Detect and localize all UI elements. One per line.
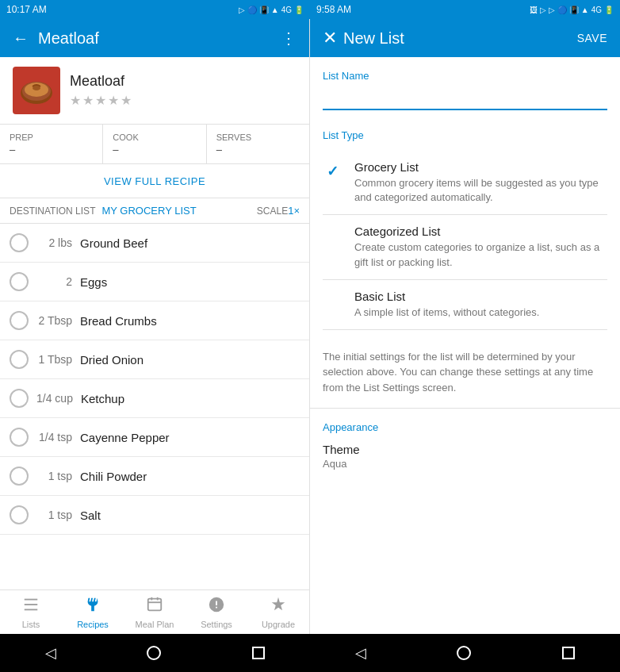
nav-icon-meal plan [146,596,163,618]
ingredient-checkbox-7[interactable] [10,505,29,524]
ingredient-checkbox-4[interactable] [10,389,29,408]
left-panel-title: Meatloaf [38,29,271,48]
nav-item-recipes[interactable]: Recipes [62,590,124,634]
ingredient-checkbox-0[interactable] [10,233,29,252]
signal-icon2: 4G [591,6,602,14]
list-item: 2 lbs Ground Beef [0,224,309,263]
nav-item-settings[interactable]: Settings [186,590,247,634]
categorized-list-desc: Create custom categories to organize a l… [354,240,607,269]
right-header: ✕ New List SAVE [310,19,620,57]
save-button[interactable]: SAVE [577,32,607,44]
status-bar-left: 10:17 AM ▷ 🔵 📳 ▲ 4G 🔋 [0,0,310,19]
android-nav-right: ◁ [310,634,620,672]
close-button[interactable]: ✕ [323,28,337,48]
list-item: 2 Eggs [0,263,309,301]
basic-list-desc: A simple list of items, without categori… [354,305,607,320]
ingredient-checkbox-1[interactable] [10,272,29,291]
dest-name[interactable]: MY GROCERY LIST [95,205,256,217]
recipe-info: Meatloaf ★ ★ ★ ★ ★ [0,57,309,125]
ingredient-checkbox-6[interactable] [10,467,29,486]
scale-value[interactable]: 1× [288,205,300,217]
send-icon: ▷ [239,6,245,14]
view-recipe-label: VIEW FULL RECIPE [104,175,205,187]
left-header: ← Meatloaf ⋮ [0,19,309,57]
nav-item-lists[interactable]: Lists [0,590,62,634]
dest-label: DESTINATION LIST [10,205,95,217]
battery-icon2: 🔋 [604,6,614,14]
ingredient-qty-0: 2 lbs [36,236,72,249]
list-name-input[interactable] [323,88,607,110]
ingredient-qty-3: 1 Tbsp [36,353,72,366]
status-bar-right: 9:58 AM 🖼 ▷ ▷ 🔵 📳 ▲ 4G 🔋 [310,0,620,19]
recipe-meta: PREP – COOK – SERVES – [0,125,309,164]
ingredients-list: 2 lbs Ground Beef 2 Eggs 2 Tbsp Bread Cr… [0,224,309,589]
nav-item-meal plan[interactable]: Meal Plan [124,590,186,634]
android-nav-bar: ◁ ◁ [0,634,620,672]
vibrate-icon: 📳 [259,6,269,14]
svg-rect-5 [25,604,38,605]
recipe-name: Meatloaf [70,73,132,90]
send-icon2: ▷ [540,6,546,14]
ingredient-checkbox-5[interactable] [10,428,29,447]
basic-list-option[interactable]: Basic List A simple list of items, witho… [323,280,607,330]
nav-label-meal plan: Meal Plan [136,620,174,629]
star-1: ★ [70,93,81,108]
recents-nav-button-left[interactable] [252,647,265,659]
vibrate-icon2: 📳 [569,6,579,14]
back-nav-button-right[interactable]: ◁ [355,644,366,662]
grocery-list-desc: Common grocery items will be suggested a… [354,176,607,205]
meta-prep: PREP – [0,125,103,163]
appearance-label: Appearance [323,421,607,433]
wifi-icon2: ▲ [581,6,589,14]
theme-row[interactable]: Theme Aqua [323,443,607,470]
categorized-checkmark [323,226,342,245]
recipe-details: Meatloaf ★ ★ ★ ★ ★ [70,73,132,108]
ingredient-name-6: Chili Powder [80,470,147,483]
nav-label-upgrade: Upgrade [262,620,295,629]
right-content: List Name List Type ✓ Grocery List Commo… [310,57,620,634]
home-nav-button-left[interactable] [147,646,161,660]
ingredient-qty-6: 1 tsp [36,470,72,482]
battery-icon: 🔋 [294,6,304,14]
basic-list-title: Basic List [354,290,607,303]
back-button[interactable]: ← [13,29,29,48]
star-5: ★ [121,93,132,108]
ingredient-name-0: Ground Beef [80,236,147,250]
bottom-nav: ListsRecipesMeal PlanSettingsUpgrade [0,589,309,634]
list-type-section: List Type ✓ Grocery List Common grocery … [310,117,620,336]
nav-icon-recipes [84,596,101,618]
ingredient-qty-2: 2 Tbsp [36,314,72,327]
ingredient-checkbox-2[interactable] [10,311,29,330]
list-item: 1/4 cup Ketchup [0,379,309,418]
meta-serves: SERVES – [207,125,309,163]
cook-value: – [113,144,196,156]
categorized-list-option[interactable]: Categorized List Create custom categorie… [323,215,607,279]
star-3: ★ [95,93,106,108]
list-type-label: List Type [323,129,607,141]
nav-icon-settings [208,596,225,618]
ingredient-qty-5: 1/4 tsp [36,431,72,444]
view-full-recipe-button[interactable]: VIEW FULL RECIPE [0,164,309,198]
prep-label: PREP [10,132,93,142]
ingredient-checkbox-3[interactable] [10,350,29,369]
grocery-list-option[interactable]: ✓ Grocery List Common grocery items will… [323,151,607,215]
time-right: 9:58 AM [316,4,351,15]
svg-rect-4 [25,598,38,600]
wifi-icon: ▲ [271,6,279,14]
ingredient-qty-1: 2 [36,275,72,288]
android-nav-left: ◁ [0,634,310,672]
basic-checkmark [323,291,342,310]
recents-nav-button-right[interactable] [562,647,575,659]
home-nav-button-right[interactable] [457,646,471,660]
list-item: 2 Tbsp Bread Crumbs [0,301,309,340]
nav-label-recipes: Recipes [77,620,109,629]
more-button[interactable]: ⋮ [281,29,297,48]
nav-item-upgrade[interactable]: Upgrade [247,590,309,634]
back-nav-button-left[interactable]: ◁ [45,644,56,662]
ingredient-qty-4: 1/4 cup [36,392,73,405]
ingredient-name-7: Salt [80,509,101,522]
nav-icon-lists [22,596,40,618]
svg-point-3 [33,86,40,90]
right-panel-title: New List [343,29,571,48]
send-icon3: ▷ [549,6,555,14]
